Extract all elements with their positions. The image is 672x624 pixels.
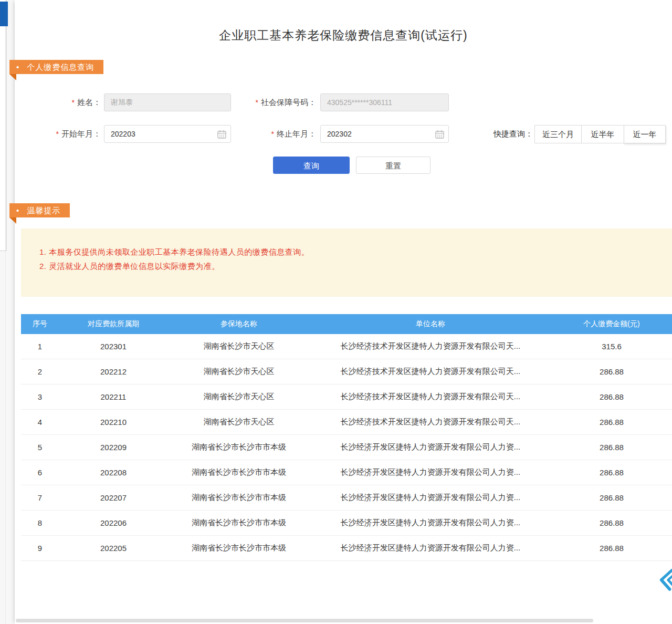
cell-index: 5 <box>21 435 59 460</box>
horizontal-scrollbar[interactable] <box>16 619 593 622</box>
cell-index: 8 <box>21 511 59 535</box>
cell-insured-place: 湖南省长沙市天心区 <box>168 334 310 359</box>
name-field <box>104 93 231 111</box>
cell-employer: 长沙经济技术开发区捷特人力资源开发有限公司天... <box>310 410 551 434</box>
cell-period: 202208 <box>59 460 168 485</box>
cell-employer: 长沙经济技术开发区捷特人力资源开发有限公司天... <box>310 334 551 359</box>
ssn-label: *社会保障号码： <box>220 93 316 111</box>
end-month-label: *终止年月： <box>220 125 316 143</box>
results-table: 序号 对应费款所属期 参保地名称 单位名称 个人缴费金额(元) 1 202301… <box>21 314 672 561</box>
table-body: 1 202301 湖南省长沙市天心区 长沙经济技术开发区捷特人力资源开发有限公司… <box>21 334 672 561</box>
cell-insured-place: 湖南省长沙市长沙市市本级 <box>168 511 310 535</box>
cell-period: 202207 <box>59 485 168 510</box>
table-header-row: 序号 对应费款所属期 参保地名称 单位名称 个人缴费金额(元) <box>21 314 672 334</box>
cell-period: 202209 <box>59 435 168 460</box>
table-header-employer: 单位名称 <box>310 314 551 334</box>
calendar-icon[interactable] <box>435 130 444 139</box>
table-row: 3 202211 湖南省长沙市天心区 长沙经济技术开发区捷特人力资源开发有限公司… <box>21 384 672 410</box>
ssn-field <box>320 93 449 111</box>
page: 企业职工基本养老保险缴费信息查询(试运行) •个人缴费信息查询 *姓名： *社会… <box>0 0 672 624</box>
section-badge-tips: •温馨提示 <box>9 203 70 217</box>
cell-index: 6 <box>21 460 59 485</box>
cell-amount: 286.88 <box>551 536 672 560</box>
ribbon-fold <box>9 74 16 80</box>
cell-insured-place: 湖南省长沙市长沙市市本级 <box>168 460 310 485</box>
table-header-insured-place: 参保地名称 <box>168 314 310 334</box>
end-month-field[interactable] <box>320 125 449 143</box>
cell-amount: 286.88 <box>551 359 672 384</box>
cell-amount: 286.88 <box>551 460 672 485</box>
bullet-icon: • <box>16 203 19 217</box>
table-row: 4 202210 湖南省长沙市天心区 长沙经济技术开发区捷特人力资源开发有限公司… <box>21 410 672 435</box>
ssn-label-text: 社会保障号码： <box>261 98 316 107</box>
notice-line-2: 2. 灵活就业人员的缴费单位信息以实际缴费为准。 <box>39 259 662 273</box>
collapsed-sidebar-rail <box>0 0 6 251</box>
cell-amount: 286.88 <box>551 410 672 434</box>
name-label-text: 姓名： <box>77 98 101 107</box>
table-row: 2 202212 湖南省长沙市天心区 长沙经济技术开发区捷特人力资源开发有限公司… <box>21 359 672 384</box>
cell-index: 9 <box>21 536 59 560</box>
cell-insured-place: 湖南省长沙市天心区 <box>168 359 310 384</box>
end-month-label-text: 终止年月： <box>277 129 316 138</box>
cell-period: 202212 <box>59 359 168 384</box>
page-title: 企业职工基本养老保险缴费信息查询(试运行) <box>15 27 672 44</box>
bullet-icon: • <box>16 60 19 74</box>
cell-employer: 长沙经济开发区捷特人力资源开发有限公司人力资... <box>310 435 551 460</box>
cell-amount: 286.88 <box>551 511 672 535</box>
table-row: 7 202207 湖南省长沙市长沙市市本级 长沙经济开发区捷特人力资源开发有限公… <box>21 485 672 511</box>
cell-insured-place: 湖南省长沙市天心区 <box>168 384 310 409</box>
required-asterisk: * <box>271 130 274 138</box>
start-month-label-text: 开始年月： <box>61 129 101 138</box>
cell-index: 3 <box>21 384 59 409</box>
start-month-field[interactable] <box>104 125 231 143</box>
cell-index: 1 <box>21 334 59 359</box>
cell-insured-place: 湖南省长沙市长沙市市本级 <box>168 435 310 460</box>
quick-query-last-3-months[interactable]: 近三个月 <box>534 125 582 143</box>
cell-amount: 286.88 <box>551 435 672 460</box>
table-row: 9 202205 湖南省长沙市长沙市市本级 长沙经济开发区捷特人力资源开发有限公… <box>21 536 672 561</box>
table-header-amount: 个人缴费金额(元) <box>551 314 672 334</box>
query-button[interactable]: 查询 <box>273 157 350 174</box>
table-row: 5 202209 湖南省长沙市长沙市市本级 长沙经济开发区捷特人力资源开发有限公… <box>21 435 672 460</box>
cell-insured-place: 湖南省长沙市天心区 <box>168 410 310 434</box>
cell-amount: 315.6 <box>551 334 672 359</box>
required-asterisk: * <box>72 98 75 107</box>
cell-insured-place: 湖南省长沙市长沙市市本级 <box>168 536 310 560</box>
cell-amount: 286.88 <box>551 485 672 510</box>
cell-index: 2 <box>21 359 59 384</box>
sidebar-tab[interactable] <box>0 2 8 26</box>
quick-query-last-year[interactable]: 近一年 <box>624 125 666 143</box>
cell-employer: 长沙经济开发区捷特人力资源开发有限公司人力资... <box>310 485 551 510</box>
quick-query-last-half-year[interactable]: 近半年 <box>581 125 624 143</box>
reset-button[interactable]: 重置 <box>356 157 430 174</box>
cell-employer: 长沙经济开发区捷特人力资源开发有限公司人力资... <box>310 460 551 485</box>
cell-index: 4 <box>21 410 59 434</box>
cell-amount: 286.88 <box>551 384 672 409</box>
window-left-edge <box>5 251 6 624</box>
cell-period: 202205 <box>59 536 168 560</box>
required-asterisk: * <box>56 130 59 138</box>
notice-box: 1. 本服务仅提供尚未领取企业职工基本养老保险待遇人员的缴费信息查询。 2. 灵… <box>21 228 672 297</box>
start-month-label: *开始年月： <box>32 125 101 143</box>
section-badge-label: 温馨提示 <box>27 206 60 215</box>
table-header-index: 序号 <box>21 314 59 334</box>
cell-period: 202206 <box>59 511 168 535</box>
cell-employer: 长沙经济技术开发区捷特人力资源开发有限公司天... <box>310 384 551 409</box>
table-header-period: 对应费款所属期 <box>59 314 168 334</box>
quick-query-label: 快捷查询： <box>474 125 533 143</box>
cell-period: 202211 <box>59 384 168 409</box>
cell-index: 7 <box>21 485 59 510</box>
table-row: 8 202206 湖南省长沙市长沙市市本级 长沙经济开发区捷特人力资源开发有限公… <box>21 511 672 536</box>
notice-line-1: 1. 本服务仅提供尚未领取企业职工基本养老保险待遇人员的缴费信息查询。 <box>39 245 662 259</box>
cell-employer: 长沙经济技术开发区捷特人力资源开发有限公司天... <box>310 359 551 384</box>
cell-employer: 长沙经济开发区捷特人力资源开发有限公司人力资... <box>310 511 551 535</box>
section-badge-personal-query: •个人缴费信息查询 <box>9 60 103 74</box>
required-asterisk: * <box>256 98 258 107</box>
table-row: 6 202208 湖南省长沙市长沙市市本级 长沙经济开发区捷特人力资源开发有限公… <box>21 460 672 485</box>
cell-period: 202210 <box>59 410 168 434</box>
collapse-double-chevron-icon[interactable] <box>656 568 672 592</box>
cell-insured-place: 湖南省长沙市长沙市市本级 <box>168 485 310 510</box>
cell-employer: 长沙经济开发区捷特人力资源开发有限公司人力资... <box>310 536 551 560</box>
cell-period: 202301 <box>59 334 168 359</box>
table-row: 1 202301 湖南省长沙市天心区 长沙经济技术开发区捷特人力资源开发有限公司… <box>21 334 672 359</box>
